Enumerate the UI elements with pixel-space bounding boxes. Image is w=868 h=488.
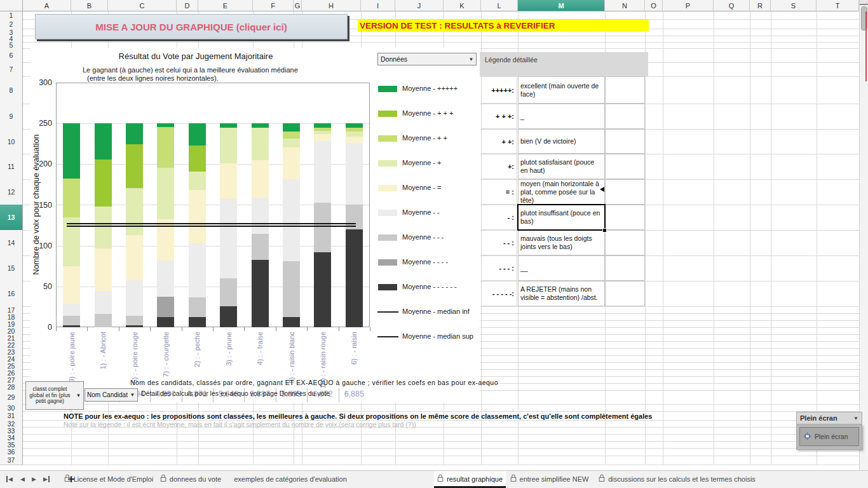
legend-symbol-cell[interactable]: +++++: [481,76,517,104]
legend-chip [378,210,397,216]
axis-tick [213,327,214,331]
bar-segment-eq [252,160,269,198]
legend-empty-cell[interactable] [605,205,645,230]
y-tick-label: 250 [32,119,52,128]
row-header-11[interactable]: 11 [0,154,23,180]
vertical-scrollbar[interactable] [859,0,868,470]
candidat-dropdown[interactable]: Nom Candidat ▼ [85,388,138,402]
results-chart[interactable]: Résultat du Vote par Jugement Majoritair… [31,48,480,402]
donnees-dropdown[interactable]: Données ▼ [377,53,477,65]
sheet-tab-5[interactable]: entree simplifiee NEW [507,471,592,486]
row-header-12[interactable]: 12 [0,179,23,205]
legend-text-cell[interactable]: moyen (main horizontale à plat, comme po… [518,179,605,205]
column-header-E[interactable]: E [198,0,253,11]
select-all-corner[interactable] [0,0,23,11]
row-header-7[interactable]: 7 [0,62,23,77]
legend-symbol-cell[interactable]: + + +: [481,104,517,129]
legend-empty-cell[interactable] [605,255,645,281]
legend-symbol-cell[interactable]: = : [481,179,517,205]
legend-text-cell[interactable]: _ [518,104,605,129]
bar-segment-eq [283,147,300,179]
sheet-tab-4[interactable]: resultat graphique [434,471,506,486]
bar-segment-eq [314,134,331,141]
bar-segment-eq [126,235,143,280]
legend-text-cell[interactable]: mauvais (tous les doigts joints vers le … [518,230,605,255]
row-header-14[interactable]: 14 [0,230,23,256]
legend-empty-cell[interactable] [605,179,645,205]
column-header-N[interactable]: N [605,0,645,11]
legend-symbol-cell[interactable]: +: [481,154,517,179]
tab-label: exemples de catégories d'evaluation [234,475,347,483]
row-header-8[interactable]: 8 [0,76,23,104]
sheet-tab-6[interactable]: discussions sur les calculs et les terme… [593,471,761,486]
fullscreen-button[interactable]: Plein écran [799,427,859,446]
column-header-R[interactable]: R [750,0,771,11]
legend-text-cell[interactable]: plutot satisfaisant (pouce en haut) [518,154,605,179]
legend-symbol-cell[interactable]: - : [481,205,517,230]
sheet-tab-1[interactable]: License et Mode d'Emploi [64,471,154,486]
column-header-D[interactable]: D [177,0,198,11]
previous-sheet-icon[interactable]: ◀ [20,476,25,482]
column-header-C[interactable]: C [108,0,177,11]
sheet-tab-bar: ◀ ◀ ▶ ▶ + License et Mode d'Emploidonnee… [0,470,868,488]
legend-empty-cell[interactable] [605,129,645,154]
legend-text-cell[interactable]: __ [518,255,605,281]
first-sheet-icon[interactable]: ◀ [6,476,13,482]
column-header-M[interactable]: M [518,0,605,11]
row-header-29[interactable]: 29 [0,390,23,405]
candidat-dropdown-value: Nom Candidat [85,391,128,398]
column-header-S[interactable]: S [771,0,817,11]
column-header-A[interactable]: A [23,0,71,11]
legend-symbol-cell[interactable]: - - - : [481,255,517,281]
row-header-13[interactable]: 13 [0,205,23,231]
row-header-37[interactable]: 37 [0,456,23,465]
sheet-tab-2[interactable]: donnees du vote [159,471,222,486]
fill-handle[interactable] [602,228,607,233]
legend-symbol-cell[interactable]: - - : [481,230,517,255]
chart-note-line1: Nom des candidats, classés par ordre, ga… [130,379,486,387]
bar-segment-p5 [314,123,331,128]
legend-symbol-cell[interactable]: - - - - -: [481,281,517,306]
classement-dropdown[interactable]: classt complet global et fin (plus petit… [25,381,84,410]
row-header-16[interactable]: 16 [0,281,23,307]
last-sheet-icon[interactable]: ▶ [43,476,50,482]
column-header-I[interactable]: I [361,0,395,11]
row-header-6[interactable]: 6 [0,48,23,63]
legend-empty-cell[interactable] [605,154,645,179]
column-header-P[interactable]: P [663,0,714,11]
legend-empty-cell[interactable] [605,230,645,255]
legend-text-cell[interactable]: bien (V de victoire) [518,129,605,154]
column-header-G[interactable]: G [294,0,302,11]
tab-label: resultat graphique [447,475,503,483]
sheet-tab-3[interactable]: exemples de catégories d'evaluation [224,471,357,486]
scrollbar-split-handle[interactable] [860,0,868,5]
legend-empty-cell[interactable] [605,281,645,306]
next-sheet-icon[interactable]: ▶ [32,476,36,482]
legend-empty-cell[interactable] [605,76,645,104]
legend-text: plutot satisfaisant (pouce en haut) [520,158,602,175]
spreadsheet-app: MISE A JOUR DU GRAPHIQUE (cliquer ici) V… [0,0,868,488]
lock-icon [437,474,444,484]
column-header-T[interactable]: T [817,0,859,11]
column-header-F[interactable]: F [253,0,294,11]
row-header-9[interactable]: 9 [0,104,23,130]
column-header-L[interactable]: L [481,0,518,11]
column-header-H[interactable]: H [302,0,361,11]
column-header-B[interactable]: B [71,0,108,11]
column-header-K[interactable]: K [444,0,481,11]
bar-segment-m3 [157,296,174,316]
column-header-Q[interactable]: Q [714,0,750,11]
bar-segment-eq [346,137,363,144]
column-header-O[interactable]: O [645,0,663,11]
legend-text-cell[interactable]: excellent (main ouverte de face) [518,76,605,104]
row-header-15[interactable]: 15 [0,255,23,281]
bar-segment-p5 [346,123,363,128]
legend-symbol-cell[interactable]: + +: [481,129,517,154]
legend-text-cell[interactable]: A REJETER (mains non visible = abstentio… [518,281,605,306]
fullscreen-toolbar-titlebar[interactable]: Plein écran ▼ [796,412,862,424]
column-header-J[interactable]: J [395,0,444,11]
legend-empty-cell[interactable] [605,104,645,129]
fullscreen-toolbar-title: Plein écran [800,414,837,422]
row-header-10[interactable]: 10 [0,129,23,154]
update-chart-button[interactable]: MISE A JOUR DU GRAPHIQUE (cliquer ici) [35,14,348,39]
